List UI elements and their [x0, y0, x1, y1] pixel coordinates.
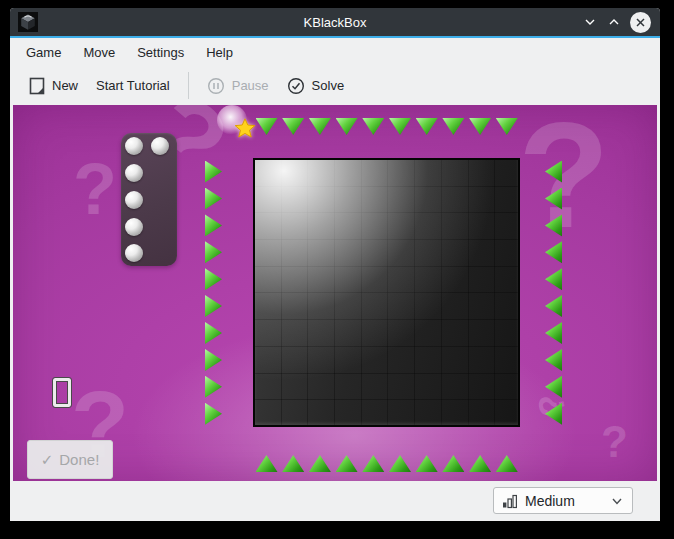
- minimize-icon[interactable]: [582, 14, 598, 30]
- solve-button[interactable]: Solve: [278, 71, 354, 101]
- check-circle-icon: [287, 77, 305, 95]
- question-mark-decoration-5: ?: [601, 420, 628, 464]
- new-button-label: New: [52, 78, 78, 93]
- laser-arrow-top-2[interactable]: [282, 118, 304, 135]
- window-title: KBlackBox: [10, 15, 660, 30]
- game-area: ?????? ✓ Done!: [13, 105, 657, 481]
- laser-arrow-bottom-6[interactable]: [389, 455, 411, 472]
- ball-3[interactable]: [125, 164, 143, 182]
- toolbar-separator: [188, 72, 189, 99]
- laser-arrow-left-9[interactable]: [205, 376, 222, 398]
- titlebar[interactable]: KBlackBox: [10, 8, 660, 36]
- ball-5[interactable]: [125, 218, 143, 236]
- laser-arrow-bottom-8[interactable]: [442, 455, 464, 472]
- laser-arrow-top-4[interactable]: [336, 118, 358, 135]
- question-mark-decoration-3: ?: [518, 105, 610, 250]
- ball-1[interactable]: [125, 137, 143, 155]
- laser-arrow-bottom-7[interactable]: [416, 455, 438, 472]
- laser-arrow-left-6[interactable]: [205, 295, 222, 317]
- laser-arrow-top-9[interactable]: [469, 118, 491, 135]
- new-button[interactable]: New: [20, 71, 87, 101]
- laser-arrow-left-2[interactable]: [205, 188, 222, 210]
- laser-arrow-left-4[interactable]: [205, 241, 222, 263]
- laser-arrow-bottom-4[interactable]: [336, 455, 358, 472]
- new-document-icon: [29, 77, 45, 95]
- done-button-label: Done!: [59, 451, 99, 468]
- laser-arrow-bottom-5[interactable]: [362, 455, 384, 472]
- toolbar: New Start Tutorial Pause Solve: [10, 66, 660, 105]
- done-check-glyph: ✓: [41, 451, 54, 469]
- maximize-icon[interactable]: [606, 14, 622, 30]
- laser-arrow-bottom-10[interactable]: [496, 455, 518, 472]
- laser-arrow-right-2[interactable]: [545, 188, 562, 210]
- laser-arrow-right-10[interactable]: [545, 403, 562, 425]
- ball-2[interactable]: [151, 137, 169, 155]
- star-marker-icon: [234, 118, 256, 139]
- laser-arrow-top-1[interactable]: [256, 118, 278, 135]
- ball-4[interactable]: [125, 191, 143, 209]
- laser-arrow-left-7[interactable]: [205, 322, 222, 344]
- difficulty-value: Medium: [525, 493, 575, 509]
- laser-arrow-bottom-1[interactable]: [256, 455, 278, 472]
- laser-arrow-right-3[interactable]: [545, 214, 562, 236]
- difficulty-select[interactable]: Medium: [493, 487, 633, 514]
- start-tutorial-button[interactable]: Start Tutorial: [87, 71, 179, 101]
- kblackbox-app-icon: [18, 12, 38, 32]
- difficulty-bars-icon: [502, 493, 518, 509]
- laser-arrow-right-1[interactable]: [545, 161, 562, 183]
- laser-arrow-top-5[interactable]: [362, 118, 384, 135]
- laser-arrow-bottom-3[interactable]: [309, 455, 331, 472]
- tile-marker-rect: [53, 378, 71, 407]
- start-tutorial-label: Start Tutorial: [96, 78, 170, 93]
- ball-6[interactable]: [125, 244, 143, 262]
- menubar: Game Move Settings Help: [10, 38, 660, 66]
- laser-arrow-right-5[interactable]: [545, 268, 562, 290]
- menu-item-settings[interactable]: Settings: [126, 41, 195, 64]
- blackbox-board[interactable]: [253, 158, 520, 427]
- pause-icon: [207, 77, 225, 95]
- pause-button-label: Pause: [232, 78, 269, 93]
- laser-arrow-left-8[interactable]: [205, 349, 222, 371]
- statusbar: Medium: [10, 481, 660, 521]
- laser-arrow-bottom-2[interactable]: [282, 455, 304, 472]
- laser-arrow-left-5[interactable]: [205, 268, 222, 290]
- menu-item-game[interactable]: Game: [15, 41, 72, 64]
- laser-arrow-right-7[interactable]: [545, 322, 562, 344]
- laser-arrow-right-6[interactable]: [545, 295, 562, 317]
- app-window: KBlackBox Game Move Settings Help: [10, 8, 660, 521]
- laser-arrow-top-8[interactable]: [442, 118, 464, 135]
- solve-button-label: Solve: [312, 78, 345, 93]
- laser-arrow-left-3[interactable]: [205, 214, 222, 236]
- chevron-down-icon: [610, 494, 624, 508]
- laser-arrow-left-10[interactable]: [205, 403, 222, 425]
- laser-arrow-top-10[interactable]: [496, 118, 518, 135]
- menu-item-move[interactable]: Move: [72, 41, 126, 64]
- laser-arrow-right-9[interactable]: [545, 376, 562, 398]
- laser-arrow-top-6[interactable]: [389, 118, 411, 135]
- laser-arrow-right-4[interactable]: [545, 241, 562, 263]
- close-icon[interactable]: [630, 12, 651, 33]
- laser-arrow-bottom-9[interactable]: [469, 455, 491, 472]
- laser-arrow-top-7[interactable]: [416, 118, 438, 135]
- menu-item-help[interactable]: Help: [195, 41, 244, 64]
- pause-button[interactable]: Pause: [198, 71, 278, 101]
- done-button[interactable]: ✓ Done!: [27, 440, 113, 479]
- question-mark-decoration-1: ?: [73, 153, 117, 225]
- laser-arrow-right-8[interactable]: [545, 349, 562, 371]
- laser-arrow-top-3[interactable]: [309, 118, 331, 135]
- laser-arrow-left-1[interactable]: [205, 161, 222, 183]
